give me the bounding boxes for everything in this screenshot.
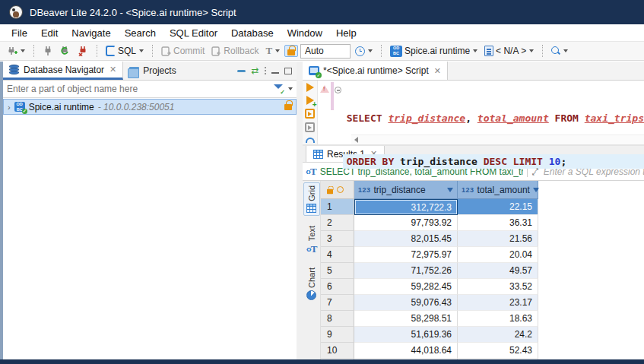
close-icon[interactable]: ✕ [433,66,441,76]
window-bottom-border [0,359,644,364]
table-row[interactable]: 659,282.4533.52 [321,279,644,295]
tab-database-navigator[interactable]: Database Navigator ✕ [3,62,123,80]
sql-editor-button[interactable]: SQL [103,44,146,58]
collapse-fold-icon[interactable] [335,87,341,93]
total-amount-cell[interactable]: 21.56 [458,231,538,247]
close-icon[interactable]: ✕ [108,65,116,74]
table-row[interactable]: 297,793.9236.31 [321,215,644,231]
table-row[interactable]: 1044,018.6452.43 [321,343,644,359]
total-amount-cell[interactable]: 22.15 [458,199,538,215]
total-amount-cell[interactable]: 36.31 [458,215,538,231]
menu-navigate[interactable]: Navigate [65,26,117,40]
row-number-cell[interactable]: 2 [321,215,354,231]
tab-grid-view[interactable]: Grid [303,182,320,216]
total-amount-cell[interactable]: 33.52 [458,279,538,295]
trip-distance-cell[interactable]: 59,282.45 [354,279,458,295]
trip-distance-cell[interactable]: 58,298.51 [354,311,458,327]
tab-projects[interactable]: Projects [123,62,182,80]
sql-editor[interactable]: SELECT trip_distance, total_amount FROM … [303,81,644,144]
menu-sql-editor[interactable]: SQL Editor [163,26,224,40]
row-number-cell[interactable]: 1 [321,199,354,215]
menu-search[interactable]: Search [118,26,163,40]
chevron-down-icon [529,49,534,52]
total-amount-cell[interactable]: 52.43 [458,343,538,359]
text-view-icon: ‹›T [306,243,317,255]
rollback-button[interactable]: Rollback [209,44,261,58]
sql-token: DESC LIMIT [484,156,549,167]
editor-panel: *<Spice.ai runtime> Script ✕ [303,62,644,359]
menu-database[interactable]: Database [224,26,281,40]
active-connection-selector[interactable]: ODBC Spice.ai runtime [388,44,480,59]
active-schema-selector[interactable]: < N/A > [482,44,536,58]
table-row[interactable]: 858,298.5118.63 [321,311,644,327]
table-row[interactable]: 571,752.2649.57 [321,263,644,279]
commit-button[interactable]: Commit [159,44,207,58]
expand-chevron-icon[interactable]: › [8,103,11,112]
row-number-cell[interactable]: 6 [321,279,354,295]
collapse-all-icon[interactable] [237,70,246,72]
maximize-view-icon[interactable] [284,68,292,74]
view-menu-icon[interactable] [265,67,267,75]
object-filter-input[interactable] [7,84,274,94]
menu-file[interactable]: File [5,26,34,40]
trip-distance-cell[interactable]: 97,793.92 [354,215,458,231]
link-with-editor-icon[interactable]: ⇄ [251,66,259,75]
trip-distance-cell[interactable]: 82,015.45 [354,231,458,247]
reconnect-button[interactable] [58,44,73,58]
row-number-cell[interactable]: 9 [321,327,354,343]
tab-chart-view[interactable]: Chart [303,265,320,302]
total-amount-cell[interactable]: 23.17 [458,295,538,311]
menu-help[interactable]: Help [329,26,363,40]
row-number-cell[interactable]: 10 [321,343,354,359]
trip-distance-cell[interactable]: 72,975.97 [354,247,458,263]
script-settings-button[interactable] [305,122,315,132]
explain-plan-icon[interactable] [306,138,315,143]
sql-script-icon [309,66,319,75]
transaction-log-button[interactable] [353,45,375,58]
connection-lock-toggle[interactable] [284,45,298,57]
total-amount-cell[interactable]: 20.04 [458,247,538,263]
trip-distance-cell[interactable]: 71,752.26 [354,263,458,279]
row-number-cell[interactable]: 8 [321,311,354,327]
menu-window[interactable]: Window [281,26,329,40]
tab-sql-script[interactable]: *<Spice.ai runtime> Script ✕ [303,62,448,80]
scroll-left-icon[interactable] [354,137,358,143]
chevron-down-icon[interactable] [288,87,293,90]
connect-button[interactable] [40,44,56,58]
disconnect-button[interactable] [75,44,90,58]
trip-distance-cell[interactable]: 59,076.43 [354,295,458,311]
navigator-filter-row [3,81,297,98]
trip-distance-cell[interactable]: 44,018.64 [354,343,458,359]
search-button[interactable] [549,45,570,57]
folding-ruler [334,81,343,144]
execute-new-tab-button[interactable] [306,96,314,105]
filter-funnel-icon[interactable] [274,84,284,93]
row-number-cell[interactable]: 7 [321,295,354,311]
total-amount-cell[interactable]: 24.2 [458,327,538,343]
new-connection-button[interactable] [5,44,27,58]
table-row[interactable]: 382,015.4521.56 [321,231,644,247]
tab-chart-label: Chart [307,267,316,288]
execute-script-button[interactable] [305,109,315,119]
trip-distance-cell[interactable]: 312,722.3 [354,199,458,215]
row-number-cell[interactable]: 4 [321,247,354,263]
table-row[interactable]: 472,975.9720.04 [321,247,644,263]
trip-distance-cell[interactable]: 51,619.36 [354,327,458,343]
transaction-mode-button[interactable]: T [263,43,282,59]
total-amount-cell[interactable]: 49.57 [458,263,538,279]
menu-edit[interactable]: Edit [34,26,65,40]
expand-filter-icon[interactable] [531,167,540,176]
panel-sash[interactable] [297,62,303,359]
table-row[interactable]: 759,076.4323.17 [321,295,644,311]
table-row[interactable]: 951,619.3624.2 [321,327,644,343]
table-row[interactable]: 1312,722.322.15 [321,199,644,215]
commit-mode-combo[interactable]: Auto [300,44,351,59]
row-number-cell[interactable]: 5 [321,263,354,279]
tab-text-view[interactable]: Text ‹›T [303,223,320,258]
row-number-cell[interactable]: 3 [321,231,354,247]
connection-tree-item[interactable]: › ODBC✓ Spice.ai runtime - 10.0.0.238:50… [3,99,297,115]
total-amount-cell[interactable]: 18.63 [458,311,538,327]
editor-hscrollbar[interactable] [351,135,644,144]
execute-statement-button[interactable] [306,83,314,92]
minimize-view-icon[interactable] [271,68,279,74]
